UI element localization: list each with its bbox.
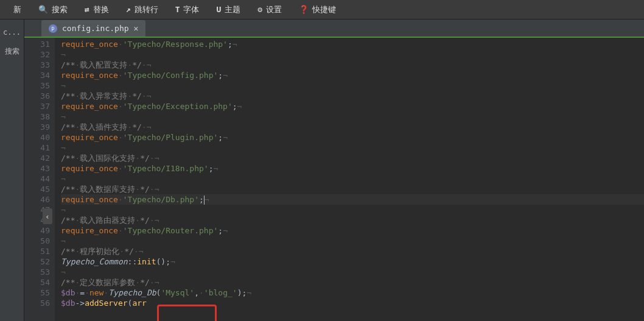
settings-label: 设置 (266, 4, 282, 15)
font-icon: T (175, 5, 180, 14)
sidebar: c... 搜索 (0, 19, 24, 321)
font-button[interactable]: T字体 (167, 0, 208, 19)
replace-button[interactable]: ⇄替换 (76, 0, 117, 19)
goto-icon: ↗ (126, 5, 131, 14)
editor-area: p config.inc.php ✕ ‹ 3132333435363738394… (24, 19, 644, 321)
settings-button[interactable]: ⚙设置 (249, 0, 290, 19)
gear-icon: ⚙ (257, 5, 262, 14)
goto-label: 跳转行 (135, 4, 158, 15)
theme-label: 主题 (225, 4, 240, 15)
search-label: 搜索 (52, 4, 68, 15)
search-icon: 🔍 (38, 5, 48, 14)
chevron-left-icon[interactable]: ‹ (43, 208, 52, 224)
toolbar: 新 🔍搜索 ⇄替换 ↗跳转行 T字体 U主题 ⚙设置 ❓快捷键 (0, 0, 644, 19)
search-button[interactable]: 🔍搜索 (30, 0, 76, 19)
theme-button[interactable]: U主题 (208, 0, 249, 19)
shortcuts-label: 快捷键 (312, 4, 336, 15)
close-icon[interactable]: ✕ (134, 24, 139, 33)
tabbar: p config.inc.php ✕ (24, 19, 644, 38)
replace-label: 替换 (93, 4, 109, 15)
help-icon: ❓ (299, 5, 309, 14)
refresh-label: 新 (13, 4, 21, 15)
goto-button[interactable]: ↗跳转行 (117, 0, 167, 19)
font-label: 字体 (183, 4, 199, 15)
tab-filename: config.inc.php (62, 24, 129, 33)
code-content[interactable]: require_once·'Typecho/Response.php';¬¬/*… (55, 38, 644, 321)
replace-icon: ⇄ (85, 5, 89, 14)
tab-config[interactable]: p config.inc.php ✕ (41, 20, 145, 37)
gutter: 3132333435363738394041424344454647484950… (24, 38, 55, 321)
sidebar-item-1[interactable]: c... (1, 23, 23, 41)
refresh-button[interactable]: 新 (5, 0, 30, 19)
shortcuts-button[interactable]: ❓快捷键 (290, 0, 345, 19)
theme-icon: U (216, 5, 221, 14)
sidebar-item-search[interactable]: 搜索 (2, 41, 22, 62)
php-icon: p (49, 24, 57, 33)
code-area[interactable]: 3132333435363738394041424344454647484950… (24, 38, 644, 321)
